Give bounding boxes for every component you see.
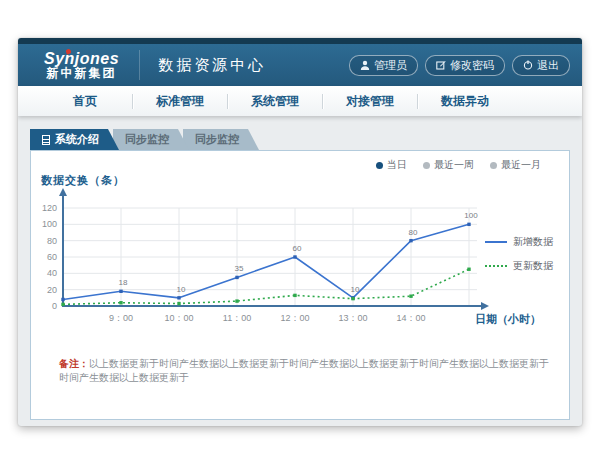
- x-axis-arrow: [481, 302, 489, 310]
- change-password-button[interactable]: 修改密码: [425, 55, 505, 76]
- logout-label: 退出: [537, 58, 559, 73]
- point-label: 100: [464, 211, 478, 220]
- admin-user-label: 管理员: [374, 58, 407, 73]
- y-tick-label: 0: [52, 301, 57, 311]
- nav-item-data-change[interactable]: 数据异动: [418, 93, 512, 110]
- y-axis-arrow: [59, 188, 67, 196]
- data-point: [293, 294, 296, 297]
- nav-item-system[interactable]: 系统管理: [228, 93, 322, 110]
- footnote: 备注：以上数据更新于时间产生数据以上数据更新于时间产生数据以上数据更新于时间产生…: [59, 357, 549, 385]
- tab-sync-monitor-1-label: 同步监控: [125, 133, 169, 145]
- data-point: [119, 301, 122, 304]
- page-title: 数据资源中心: [139, 50, 266, 80]
- legend-update-data-label: 更新数据: [513, 259, 553, 273]
- content-area: 系统介绍 同步监控 同步监控 当日 最近一周: [30, 128, 570, 420]
- tab-bar: 系统介绍 同步监控 同步监控: [30, 128, 570, 150]
- point-label: 60: [293, 244, 302, 253]
- data-point: [235, 299, 238, 302]
- point-label: 10: [351, 285, 360, 294]
- document-icon: [42, 135, 50, 145]
- data-point: [467, 268, 470, 271]
- data-point: [293, 255, 296, 258]
- nav-item-standards[interactable]: 标准管理: [133, 93, 227, 110]
- dotted-line-icon: [485, 265, 507, 267]
- point-label: 80: [409, 228, 418, 237]
- y-tick-label: 40: [47, 268, 57, 278]
- y-tick-label: 20: [47, 285, 57, 295]
- x-tick-label: 12：00: [280, 313, 309, 323]
- nav-item-interface[interactable]: 对接管理: [323, 93, 417, 110]
- x-tick-label: 13：00: [338, 313, 367, 323]
- footnote-label: 备注：: [59, 358, 89, 369]
- data-point: [235, 276, 238, 279]
- user-icon: [360, 60, 370, 71]
- point-label: 18: [119, 278, 128, 287]
- admin-user-button[interactable]: 管理员: [349, 55, 418, 76]
- logo-text-cn: 新中新集团: [44, 67, 119, 80]
- y-tick-label: 120: [42, 203, 57, 213]
- y-tick-label: 80: [47, 236, 57, 246]
- data-point: [61, 303, 64, 306]
- tab-system-intro-label: 系统介绍: [55, 129, 99, 150]
- x-tick-label: 10：00: [164, 313, 193, 323]
- edit-icon: [436, 60, 446, 70]
- tab-system-intro[interactable]: 系统介绍: [30, 129, 119, 150]
- footnote-text: 以上数据更新于时间产生数据以上数据更新于时间产生数据以上数据更新于时间产生数据以…: [59, 358, 549, 383]
- x-tick-label: 11：00: [223, 313, 251, 323]
- change-password-label: 修改密码: [450, 58, 494, 73]
- y-tick-label: 60: [47, 252, 57, 262]
- y-tick-label: 100: [42, 219, 57, 229]
- app-window: Synjones 新中新集团 数据资源中心 管理员 修改密码: [18, 38, 582, 426]
- power-icon: [523, 60, 533, 70]
- nav-item-home[interactable]: 首页: [38, 93, 132, 110]
- data-point: [177, 302, 180, 305]
- legend-new-data-label: 新增数据: [513, 235, 553, 249]
- company-logo: Synjones 新中新集团: [44, 50, 119, 81]
- series-legend: 新增数据 更新数据: [485, 235, 553, 273]
- data-point: [61, 298, 64, 301]
- chart-panel: 当日 最近一周 最近一月 数据交换（条） 0204060801001209：00…: [30, 150, 570, 420]
- solid-line-icon: [485, 241, 507, 243]
- header-actions: 管理员 修改密码 退出: [349, 55, 570, 76]
- legend-update-data: 更新数据: [485, 259, 553, 273]
- x-tick-label: 14：00: [396, 313, 425, 323]
- main-nav: 首页 标准管理 系统管理 对接管理 数据异动: [18, 86, 582, 116]
- logout-button[interactable]: 退出: [512, 55, 570, 76]
- data-point: [177, 296, 180, 299]
- point-label: 10: [177, 285, 186, 294]
- data-point: [409, 295, 412, 298]
- logo-text-en: Synjones: [44, 50, 119, 68]
- point-label: 35: [235, 264, 244, 273]
- data-point: [409, 239, 412, 242]
- tab-sync-monitor-2[interactable]: 同步监控: [183, 129, 259, 150]
- data-point: [467, 223, 470, 226]
- data-point: [119, 290, 122, 293]
- x-axis-title: 日期（小时）: [475, 313, 541, 326]
- tab-sync-monitor-2-label: 同步监控: [195, 133, 239, 145]
- legend-new-data: 新增数据: [485, 235, 553, 249]
- header: Synjones 新中新集团 数据资源中心 管理员 修改密码: [18, 44, 582, 86]
- data-point: [351, 297, 354, 300]
- x-tick-label: 9：00: [109, 313, 133, 323]
- tab-sync-monitor-1[interactable]: 同步监控: [113, 129, 189, 150]
